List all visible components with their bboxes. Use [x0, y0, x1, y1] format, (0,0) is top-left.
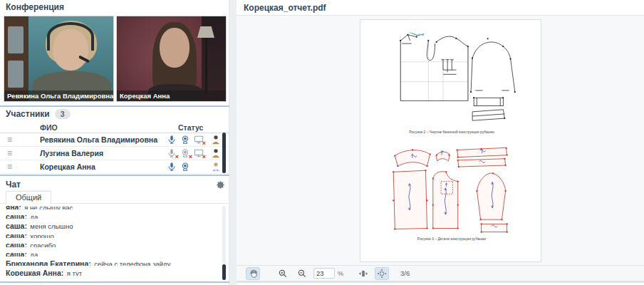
- drag-handle-icon[interactable]: ≡: [7, 148, 12, 158]
- chat-message: саша: да: [6, 209, 229, 219]
- participants-scrollbar[interactable]: [222, 133, 226, 173]
- headset: [47, 22, 94, 51]
- pdf-toolbar: % 3/6: [237, 265, 644, 281]
- gear-icon[interactable]: [216, 180, 225, 189]
- avatar-icon[interactable]: [211, 162, 221, 172]
- avatar-icon[interactable]: [211, 148, 221, 158]
- webcam-icon[interactable]: [180, 135, 190, 145]
- figure3-caption: Рисунок 3 – Детали конструкции рубашки: [380, 237, 523, 241]
- chat-message: Корецкая Анна: я тут: [6, 266, 229, 275]
- column-header-name: ФИО: [40, 123, 58, 132]
- chat-title: Чат: [6, 180, 21, 190]
- chat-message: саша: да: [6, 247, 229, 256]
- pdf-page: Рисунок 2 – Чертеж базисной конструкции …: [360, 19, 541, 262]
- document-header: Корецкая_отчет.pdf: [237, 0, 644, 16]
- participant-row[interactable]: ≡ Ревякина Ольга Владимировна ×: [0, 133, 229, 147]
- panel-divider[interactable]: [229, 0, 237, 285]
- participants-title: Участники: [6, 109, 50, 119]
- video-tile-1[interactable]: Ревякина Ольга Владимировна: [4, 16, 114, 102]
- chat-message: саша: меня слышно: [6, 219, 229, 228]
- conference-title: Конференция: [6, 2, 64, 12]
- video1-name-label: Ревякина Ольга Владимировна: [4, 90, 113, 101]
- chat-message: саша: спасибо: [6, 238, 229, 247]
- fit-page-icon[interactable]: [375, 267, 389, 280]
- pattern-construction-drawing: [395, 28, 519, 128]
- pattern-pieces-drawing: [388, 145, 516, 235]
- participants-table-header: ФИО Статус: [0, 123, 229, 133]
- column-header-status: Статус: [178, 123, 203, 132]
- screen-share-icon[interactable]: ×: [194, 148, 204, 158]
- participant-name: Лузгина Валерия: [40, 149, 103, 157]
- webinar-window: Конференция Ревякина Ольга Владимировна: [0, 0, 644, 285]
- video1-door: [4, 16, 28, 101]
- webcam-icon[interactable]: [180, 162, 190, 172]
- chat-tab-general[interactable]: Общий: [6, 191, 51, 204]
- lamp: [205, 35, 207, 92]
- participant-name: Ревякина Ольга Владимировна: [40, 135, 157, 144]
- screen-share-icon[interactable]: ×: [194, 135, 204, 145]
- participant-row[interactable]: ≡ Корецкая Анна: [0, 160, 229, 174]
- drag-handle-icon[interactable]: ≡: [7, 162, 12, 172]
- figure2-caption: Рисунок 2 – Чертеж базисной конструкции …: [380, 130, 523, 134]
- microphone-icon[interactable]: ×: [167, 148, 177, 158]
- participant-row[interactable]: ≡ Лузгина Валерия × × ×: [0, 147, 229, 160]
- hand-icon[interactable]: [246, 267, 260, 280]
- percent-label: %: [338, 270, 343, 277]
- bottom-strip: [237, 281, 644, 283]
- participant-name: Корецкая Анна: [40, 162, 95, 171]
- participants-list: ≡ Ревякина Ольга Владимировна ×: [0, 133, 229, 174]
- separator: [0, 175, 229, 176]
- chat-message: саша: хорошо.: [6, 229, 229, 238]
- separator: [0, 105, 229, 107]
- chat-message: Брюханова Екатерина: сейча с телефона за…: [6, 256, 229, 266]
- chat-scrollbar-thumb[interactable]: [222, 264, 226, 280]
- video-tile-2[interactable]: Корецкая Анна: [116, 16, 227, 102]
- chat-log[interactable]: яна: я не слышу вас саша: да саша: меня …: [0, 204, 229, 281]
- zoom-in-icon[interactable]: [276, 267, 290, 280]
- video2-name-label: Корецкая Анна: [117, 90, 226, 101]
- drag-handle-icon[interactable]: ≡: [7, 135, 12, 145]
- pdf-viewer[interactable]: Рисунок 2 – Чертеж базисной конструкции …: [237, 16, 644, 265]
- webcam-icon[interactable]: ×: [180, 148, 190, 158]
- avatar-icon[interactable]: [211, 135, 221, 145]
- participants-count-badge: 3: [55, 109, 71, 119]
- zoom-out-icon[interactable]: [295, 267, 309, 280]
- left-panel: Конференция Ревякина Ольга Владимировна: [0, 0, 229, 285]
- page-indicator: 3/6: [400, 269, 410, 277]
- participants-header: Участники 3: [6, 109, 71, 119]
- chat-message: яна: я не слышу вас: [6, 204, 229, 209]
- zoom-level-input[interactable]: [313, 268, 335, 279]
- microphone-icon[interactable]: [167, 162, 177, 172]
- microphone-icon[interactable]: [167, 135, 177, 145]
- video-grid: Ревякина Ольга Владимировна Корецкая Анн…: [4, 16, 227, 102]
- chat-scrollbar[interactable]: [222, 206, 226, 280]
- separator: [0, 281, 229, 283]
- fit-width-icon[interactable]: [356, 267, 370, 280]
- document-title: Корецкая_отчет.pdf: [244, 3, 326, 13]
- document-panel: Корецкая_отчет.pdf: [237, 0, 644, 285]
